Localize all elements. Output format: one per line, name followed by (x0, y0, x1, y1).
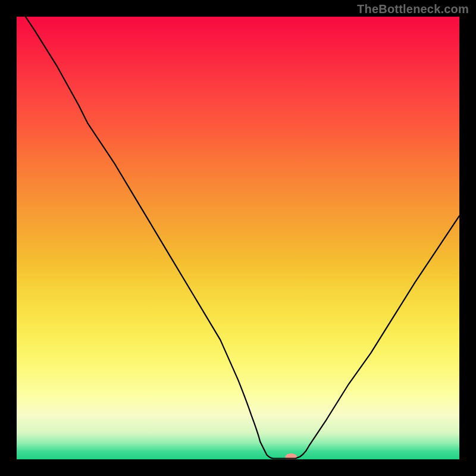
root-frame: TheBottleneck.com (0, 0, 476, 476)
bg-band (17, 444, 459, 452)
bg-band (17, 287, 459, 314)
bg-band (17, 433, 459, 444)
bg-band (17, 154, 459, 181)
bg-band (17, 127, 459, 155)
bg-band (17, 17, 459, 48)
watermark-text: TheBottleneck.com (357, 2, 469, 16)
bg-band (17, 48, 459, 75)
bg-band (17, 207, 459, 234)
bg-band (17, 393, 459, 415)
bg-band (17, 180, 459, 208)
chart-plot (17, 17, 459, 459)
chart-svg (17, 17, 459, 459)
bg-band (17, 234, 459, 261)
bg-band (17, 340, 459, 367)
bg-band (17, 451, 459, 459)
bg-band (17, 260, 459, 287)
bg-band (17, 415, 459, 434)
bg-band (17, 74, 459, 102)
